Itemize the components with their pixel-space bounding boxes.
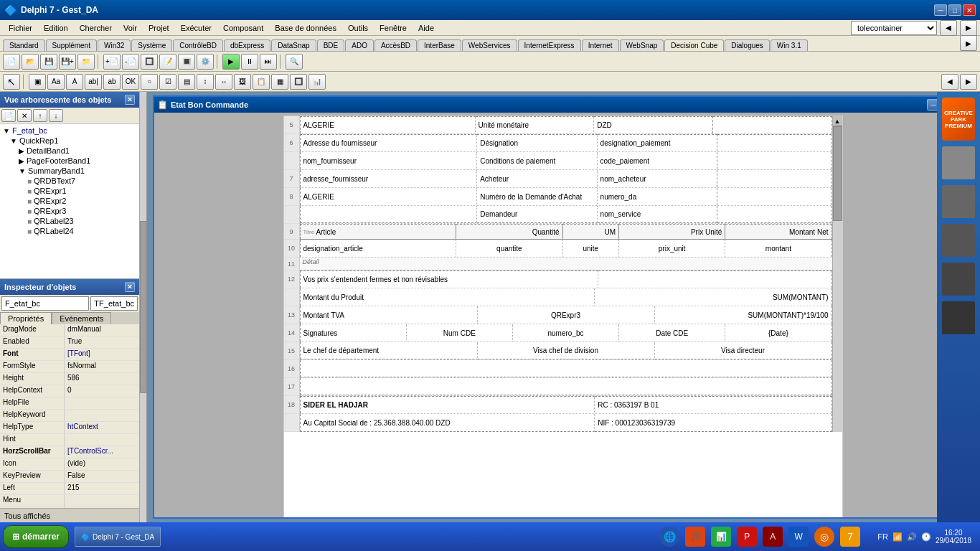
nav-next-button[interactable]: ▶ xyxy=(960,20,977,36)
widget-thumb-1[interactable] xyxy=(942,146,975,179)
tree-item-qrdbtext7[interactable]: ■ QRDBText7 xyxy=(1,176,138,186)
comp-9[interactable]: ▤ xyxy=(178,74,195,90)
tree-item-summaryband[interactable]: ▼ SummaryBand1 xyxy=(1,166,138,176)
open-button[interactable]: 📂 xyxy=(22,54,39,70)
comp-7[interactable]: ○ xyxy=(141,74,158,90)
menu-edition[interactable]: Edition xyxy=(38,22,74,34)
menu-composant[interactable]: Composant xyxy=(217,22,269,34)
widget-thumb-4[interactable] xyxy=(942,263,975,296)
comp-6[interactable]: OK xyxy=(122,74,139,90)
menu-voir[interactable]: Voir xyxy=(118,22,143,34)
tab-systeme[interactable]: Système xyxy=(131,39,172,51)
prop-val[interactable]: 586 xyxy=(65,373,139,385)
prop-val[interactable] xyxy=(65,495,139,507)
taskbar-app-icon-4[interactable]: P xyxy=(737,527,757,547)
new-form-button[interactable]: 🔳 xyxy=(178,54,195,70)
menu-executer[interactable]: Exécuter xyxy=(175,22,217,34)
run-button[interactable]: ▶ xyxy=(222,54,240,70)
tab-internet[interactable]: Internet xyxy=(582,39,619,51)
tab-dialogues[interactable]: Dialogues xyxy=(725,39,769,51)
menu-fenetre[interactable]: Fenêtre xyxy=(374,22,413,34)
prop-val[interactable]: dmManual xyxy=(65,324,139,336)
inspect-button[interactable]: 🔍 xyxy=(286,54,303,70)
tree-delete-button[interactable]: ✕ xyxy=(17,109,32,122)
toggle-form-button[interactable]: 🔲 xyxy=(141,54,158,70)
scroll-right-button[interactable]: ▶ xyxy=(960,35,977,51)
comp-13[interactable]: 📋 xyxy=(253,74,270,90)
tree-item-qrlabel24[interactable]: ■ QRLabel24 xyxy=(1,226,138,236)
prop-val[interactable]: htContext xyxy=(65,422,139,433)
tab-ado[interactable]: ADO xyxy=(345,39,374,51)
nav-prev-button[interactable]: ◀ xyxy=(940,20,957,36)
restore-button[interactable]: □ xyxy=(948,4,961,16)
comp-8[interactable]: ☑ xyxy=(159,74,176,90)
report-area[interactable]: 5 6 7 8 9 10 11 12 13 xyxy=(154,113,971,517)
prop-val[interactable]: True xyxy=(65,336,139,348)
menu-aide[interactable]: Aide xyxy=(413,22,440,34)
taskbar-app-icon-7[interactable]: 7 xyxy=(840,527,860,547)
tab-standard[interactable]: Standard xyxy=(3,39,45,51)
comp-2[interactable]: Aa xyxy=(47,74,65,90)
creative-park-widget[interactable]: CREATIVE PARK PREMIUM xyxy=(942,98,975,141)
tab-interbase[interactable]: InterBase xyxy=(418,39,461,51)
comp-16[interactable]: 📊 xyxy=(308,74,326,90)
tree-item-qrlabel23[interactable]: ■ QRLabel23 xyxy=(1,216,138,226)
step-over-button[interactable]: ⏭ xyxy=(260,54,277,70)
taskbar-ie-icon[interactable]: 🌐 xyxy=(659,527,679,547)
toggle-unit-button[interactable]: 📝 xyxy=(159,54,176,70)
component-selector[interactable]: tolecontainer xyxy=(851,21,937,35)
taskbar-chrome-icon[interactable]: ◎ xyxy=(814,527,834,547)
inspector-object-name[interactable]: F_etat_bc xyxy=(1,296,89,311)
scroll-up-button[interactable]: ▲ xyxy=(833,116,842,126)
scroll-comps-right[interactable]: ▶ xyxy=(960,74,977,90)
comp-4[interactable]: ab| xyxy=(85,74,102,90)
tree-item-quickrep1[interactable]: ▼ QuickRep1 xyxy=(1,136,138,146)
inspector-tab-events[interactable]: Evénements xyxy=(52,312,111,324)
menu-outils[interactable]: Outils xyxy=(342,22,374,34)
select-tool[interactable]: ↖ xyxy=(3,74,20,90)
taskbar-app-icon-5[interactable]: A xyxy=(763,527,783,547)
tab-bde[interactable]: BDE xyxy=(317,39,345,51)
widget-thumb-3[interactable] xyxy=(942,224,975,257)
tree-item-qrexpr1[interactable]: ■ QRExpr1 xyxy=(1,186,138,196)
tab-webservices[interactable]: WebServices xyxy=(462,39,517,51)
taskbar-app-icon-2[interactable]: 🎵 xyxy=(685,527,705,547)
scroll-thumb[interactable] xyxy=(140,221,146,393)
inspector-close[interactable]: ✕ xyxy=(125,282,135,292)
prop-val[interactable] xyxy=(65,397,139,409)
menu-chercher[interactable]: Chercher xyxy=(74,22,118,34)
open2-button[interactable]: 📁 xyxy=(77,54,95,70)
prop-val[interactable]: False xyxy=(65,471,139,482)
taskbar-app-icon-6[interactable]: W xyxy=(788,527,809,547)
inspector-tab-properties[interactable]: Propriétés xyxy=(0,312,52,324)
comp-3[interactable]: A xyxy=(66,74,83,90)
start-button[interactable]: ⊞ démarrer xyxy=(3,525,69,548)
tree-down-button[interactable]: ↓ xyxy=(49,109,63,122)
tab-datasnap[interactable]: DataSnap xyxy=(271,39,316,51)
pause-button[interactable]: ⏸ xyxy=(241,54,258,70)
prop-val[interactable]: fsNormal xyxy=(65,361,139,372)
comp-10[interactable]: ↕ xyxy=(197,74,214,90)
tree-item-qrexpr3[interactable]: ■ QRExpr3 xyxy=(1,206,138,216)
save-button[interactable]: 💾 xyxy=(40,54,57,70)
taskbar-app-icon-3[interactable]: 📊 xyxy=(711,527,731,547)
tab-controlebd[interactable]: ContrôleBD xyxy=(173,39,223,51)
comp-5[interactable]: ab xyxy=(103,74,121,90)
tab-dbexpress[interactable]: dbExpress xyxy=(224,39,270,51)
comp-14[interactable]: ▦ xyxy=(271,74,288,90)
report-scrollbar[interactable]: ▲ ▼ xyxy=(832,116,842,432)
comp-12[interactable]: 🖼 xyxy=(234,74,251,90)
prop-val[interactable]: 215 xyxy=(65,483,139,494)
tree-item-pagefooter[interactable]: ▶ PageFooterBand1 xyxy=(1,156,138,166)
prop-val[interactable]: (vide) xyxy=(65,458,139,470)
tab-win32[interactable]: Win32 xyxy=(98,39,131,51)
tree-item-root[interactable]: ▼ F_etat_bc xyxy=(1,126,138,136)
tree-new-button[interactable]: 📄 xyxy=(1,109,16,122)
prop-val[interactable] xyxy=(65,410,139,421)
tree-up-button[interactable]: ↑ xyxy=(33,109,47,122)
scroll-comps-left[interactable]: ◀ xyxy=(941,74,958,90)
tab-internetexpress[interactable]: InternetExpress xyxy=(518,39,581,51)
add-file-button[interactable]: +📄 xyxy=(103,54,121,70)
prop-val[interactable]: [TControlScr... xyxy=(65,446,139,458)
tab-websnap[interactable]: WebSnap xyxy=(620,39,664,51)
